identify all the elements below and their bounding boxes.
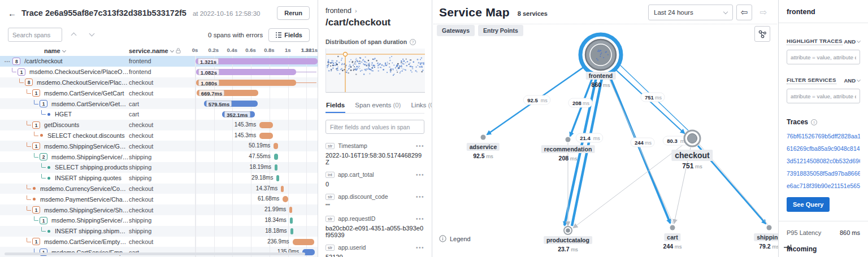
trace-span-row[interactable]: 1msdemo.ShippingService/ShipOrdershippin… — [0, 215, 318, 226]
trace-span-row[interactable]: 2msdemo.ShippingService/GetQuoteshipping… — [0, 151, 318, 162]
service-map-edge[interactable] — [574, 143, 685, 228]
name-column-header[interactable]: name — [0, 47, 129, 54]
trace-span-row[interactable]: •••8/cart/checkoutfrontend1.321s — [0, 56, 318, 67]
highlight-and-select[interactable]: AND — [844, 38, 860, 45]
trace-span-row[interactable]: msdemo.PaymentService/Chargecheckout61.6… — [0, 194, 318, 204]
service-node-shipping[interactable] — [767, 225, 772, 230]
filter-and-select[interactable]: AND — [844, 77, 860, 84]
nav-back-button[interactable]: ⇦ — [736, 5, 752, 20]
trace-span-row[interactable]: HGETcart352.1ms — [0, 109, 318, 120]
horizontal-scrollbar[interactable] — [5, 252, 305, 255]
span-count-badge[interactable]: 1 — [40, 100, 47, 107]
time-range-select[interactable]: Last 24 hours — [648, 5, 733, 20]
tab-fields[interactable]: Fields — [326, 99, 345, 113]
trace-span-row[interactable]: msdemo.CurrencyService/Convertcheckout14… — [0, 184, 318, 194]
breadcrumb-service[interactable]: frontend — [326, 7, 351, 15]
span-bar[interactable] — [274, 154, 279, 160]
filter-fields-input[interactable] — [326, 120, 424, 134]
service-node-productcatalog[interactable] — [564, 226, 572, 234]
service-node-label[interactable]: frontend — [586, 72, 616, 80]
trace-id-link[interactable]: 3d51214508082c0b532d696a89ef... — [787, 158, 860, 164]
service-node-frontend[interactable] — [580, 34, 621, 75]
field-actions-icon[interactable]: ••• — [416, 143, 424, 149]
filter-services-input[interactable] — [787, 89, 860, 103]
field-header: strapp.userid••• — [326, 243, 424, 251]
info-icon[interactable]: ? — [410, 39, 416, 45]
service-node-checkout[interactable] — [684, 130, 700, 146]
prev-match-button[interactable] — [67, 28, 80, 42]
field-actions-icon[interactable]: ••• — [416, 194, 424, 200]
trace-span-row[interactable]: 1msdemo.ShippingService/GetQuotecheckout… — [0, 141, 318, 151]
trace-id-link[interactable]: e6ac718f39b90e21151e565d57ea... — [787, 182, 860, 189]
span-count-badge[interactable]: 8 — [25, 79, 33, 86]
info-icon[interactable]: i — [811, 119, 817, 125]
service-node-label[interactable]: cart — [664, 233, 680, 241]
span-bar[interactable] — [276, 175, 279, 181]
trace-id-link[interactable]: 73918835058f5ad97ba866659d8c... — [787, 170, 860, 177]
next-match-button[interactable] — [85, 28, 98, 42]
legend-toggle[interactable]: Legend — [439, 235, 471, 242]
back-arrow-icon[interactable]: ← — [8, 8, 16, 18]
trace-span-row[interactable]: SELECT checkout.discountscheckout145.3ms — [0, 130, 318, 141]
trace-span-row[interactable]: SELECT shipping.productsshipping18.19ms — [0, 162, 318, 173]
trace-span-row[interactable]: 1msdemo.ShippingService/ShipOrdercheckou… — [0, 204, 318, 215]
span-count-badge[interactable]: 2 — [40, 153, 47, 160]
trace-span-row[interactable]: 1msdemo.CartService/EmptyCartcheckout236… — [0, 237, 318, 247]
service-column-header[interactable]: service.name — [129, 47, 195, 54]
span-count-badge[interactable]: 1 — [32, 89, 40, 97]
span-bar[interactable] — [275, 164, 277, 171]
span-bar[interactable] — [293, 239, 315, 245]
span-bar[interactable] — [290, 228, 293, 234]
span-bar[interactable] — [283, 196, 288, 202]
tab-links[interactable]: Links (0) — [410, 99, 432, 113]
service-node-label[interactable]: productcatalog — [544, 236, 592, 244]
duration-distribution-chart[interactable] — [326, 49, 425, 93]
trace-id-link[interactable]: 76bf61526769b5dff2828aa1fbf6ce... — [787, 133, 860, 140]
service-node-label[interactable]: recommendation — [541, 145, 595, 153]
service-node-cart[interactable] — [670, 225, 675, 230]
span-count-badge[interactable]: 1 — [32, 238, 40, 245]
span-count-badge[interactable]: 1 — [32, 206, 40, 214]
trace-span-row[interactable]: INSERT shipping.quotesshipping29.18ms — [0, 173, 318, 184]
highlight-traces-input[interactable] — [787, 50, 860, 64]
rerun-button[interactable]: Rerun — [277, 6, 310, 20]
service-node-label[interactable]: checkout — [671, 150, 713, 161]
trace-span-row[interactable]: 8msdemo.CheckoutService/PlaceOrderchecko… — [0, 77, 318, 88]
tab-span-events[interactable]: Span events (0) — [354, 99, 401, 113]
trace-span-row[interactable]: 1msdemo.CartService/GetCartcart579.5ms — [0, 98, 318, 109]
service-node-adservice[interactable] — [481, 135, 486, 140]
gateways-chip[interactable]: Gateways — [437, 25, 475, 36]
see-query-button[interactable]: See Query — [787, 197, 830, 212]
field-actions-icon[interactable]: ••• — [416, 216, 424, 222]
search-spans-input[interactable] — [8, 28, 62, 42]
span-bar[interactable] — [259, 122, 273, 128]
graph-layout-button[interactable] — [754, 26, 770, 42]
trace-span-row[interactable]: 1msdemo.CartService/GetCartcheckout669.7… — [0, 88, 318, 98]
field-actions-icon[interactable]: ••• — [416, 245, 424, 251]
span-count-badge[interactable]: 1 — [18, 68, 25, 76]
span-count-badge[interactable]: 1 — [32, 121, 40, 129]
service-map-graph[interactable]: 92.5ms208ms751ms21.4ms244ms80.3ms — [432, 21, 778, 257]
trace-id-link[interactable]: 616269cfba85a9c9048c814212b3... — [787, 145, 860, 152]
service-node-label[interactable]: shipping — [754, 233, 778, 241]
breadcrumb[interactable]: frontend › — [326, 7, 424, 15]
fields-button[interactable]: Fields — [268, 28, 310, 42]
span-bar[interactable] — [274, 143, 278, 149]
service-node-label[interactable]: adservice — [467, 143, 500, 151]
trace-span-row[interactable]: 1getDiscountscheckout145.3ms — [0, 120, 318, 130]
span-bar[interactable] — [281, 186, 284, 192]
span-bar[interactable] — [290, 217, 293, 224]
field-actions-icon[interactable]: ••• — [416, 172, 424, 178]
service-node-recommendation[interactable] — [566, 137, 571, 142]
span-bar[interactable] — [289, 207, 292, 213]
span-bar[interactable] — [259, 133, 273, 139]
expand-dots-icon[interactable]: ••• — [5, 59, 10, 63]
span-count-badge[interactable]: 8 — [12, 58, 20, 65]
trace-span-row[interactable]: INSERT shipping.shipmentsshipping18.18ms — [0, 226, 318, 237]
service-map-canvas[interactable]: 92.5ms208ms751ms21.4ms244ms80.3msfronten… — [432, 21, 778, 257]
trace-span-row[interactable]: 1msdemo.CheckoutService/PlaceOrderfronte… — [0, 67, 318, 77]
span-count-badge[interactable]: 1 — [32, 142, 40, 150]
entry-points-chip[interactable]: Entry Points — [478, 25, 523, 36]
span-count-badge[interactable]: 1 — [40, 217, 47, 224]
collapse-panel-button[interactable] — [783, 243, 792, 254]
